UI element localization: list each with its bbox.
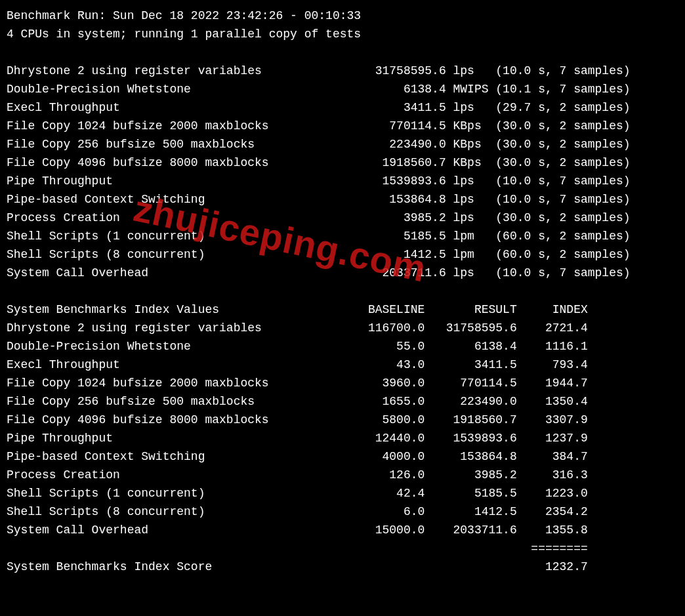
terminal-output: Benchmark Run: Sun Dec 18 2022 23:42:26 … [7,7,678,576]
